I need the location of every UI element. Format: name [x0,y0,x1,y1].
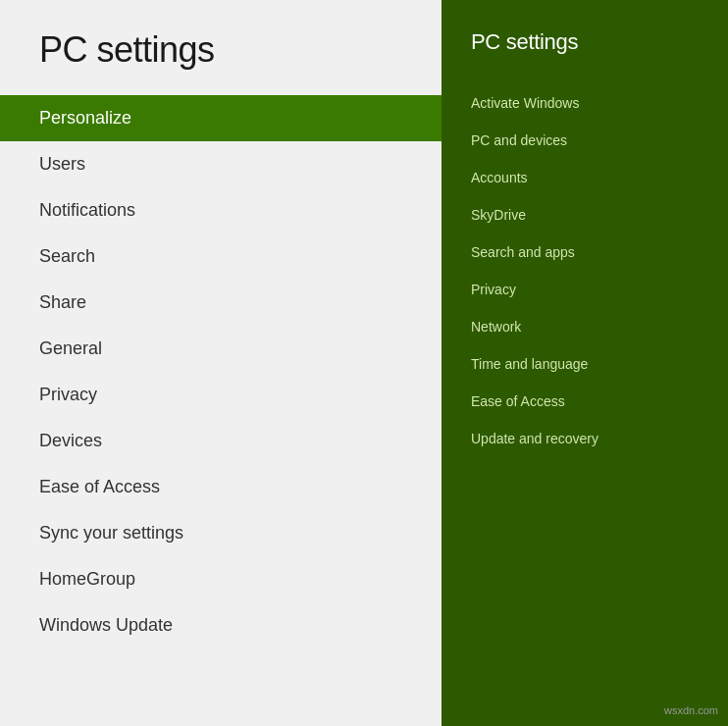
left-nav-link-devices[interactable]: Devices [0,418,442,464]
right-nav-item: PC and devices [442,122,728,159]
left-nav-list: PersonalizeUsersNotificationsSearchShare… [0,95,442,726]
right-nav-link-accounts[interactable]: Accounts [442,159,728,196]
right-nav-link-pc-and-devices[interactable]: PC and devices [442,122,728,159]
right-nav-item: Search and apps [442,233,728,271]
left-nav-link-homegroup[interactable]: HomeGroup [0,556,442,602]
left-nav-link-notifications[interactable]: Notifications [0,187,442,233]
left-nav-item: Sync your settings [0,510,442,556]
right-nav-item: Network [442,308,728,345]
left-panel: PC settings PersonalizeUsersNotification… [0,0,442,726]
right-nav-link-network[interactable]: Network [442,308,728,345]
left-nav-item: Notifications [0,187,442,233]
right-nav-link-search-and-apps[interactable]: Search and apps [442,233,728,271]
left-nav-link-search[interactable]: Search [0,233,442,280]
left-nav-link-sync-your-settings[interactable]: Sync your settings [0,510,442,556]
left-nav-link-personalize[interactable]: Personalize [0,95,442,141]
right-nav-item: Ease of Access [442,383,728,420]
left-nav-link-share[interactable]: Share [0,280,442,326]
right-nav-link-privacy[interactable]: Privacy [442,271,728,308]
left-nav-link-windows-update[interactable]: Windows Update [0,602,442,648]
right-nav-link-skydrive[interactable]: SkyDrive [442,196,728,233]
left-nav-item: Search [0,233,442,280]
right-nav-item: Accounts [442,159,728,196]
left-nav-item: Ease of Access [0,464,442,510]
left-nav-link-privacy[interactable]: Privacy [0,372,442,418]
right-nav-item: Time and language [442,345,728,383]
right-nav-link-activate-windows[interactable]: Activate Windows [442,84,728,122]
left-nav-link-ease-of-access[interactable]: Ease of Access [0,464,442,510]
watermark: wsxdn.com [664,704,718,716]
right-nav-item: Update and recovery [442,420,728,457]
left-nav-item: Share [0,280,442,326]
right-nav-link-time-and-language[interactable]: Time and language [442,345,728,383]
left-nav-link-users[interactable]: Users [0,141,442,187]
left-nav-item: Personalize [0,95,442,141]
right-nav-link-ease-of-access[interactable]: Ease of Access [442,383,728,420]
right-nav-item: Activate Windows [442,84,728,122]
left-nav-item: General [0,326,442,372]
right-nav-item: SkyDrive [442,196,728,233]
left-nav-item: Privacy [0,372,442,418]
left-nav-item: Devices [0,418,442,464]
page-title: PC settings [39,29,402,71]
right-nav-link-update-and-recovery[interactable]: Update and recovery [442,420,728,457]
left-nav-link-general[interactable]: General [0,326,442,372]
left-nav-item: Windows Update [0,602,442,648]
left-nav-item: HomeGroup [0,556,442,602]
right-panel-title: PC settings [442,29,728,84]
right-nav-item: Privacy [442,271,728,308]
left-header: PC settings [0,0,442,95]
right-nav-list: Activate WindowsPC and devicesAccountsSk… [442,84,728,457]
right-panel: PC settings Activate WindowsPC and devic… [442,0,728,726]
left-nav-item: Users [0,141,442,187]
